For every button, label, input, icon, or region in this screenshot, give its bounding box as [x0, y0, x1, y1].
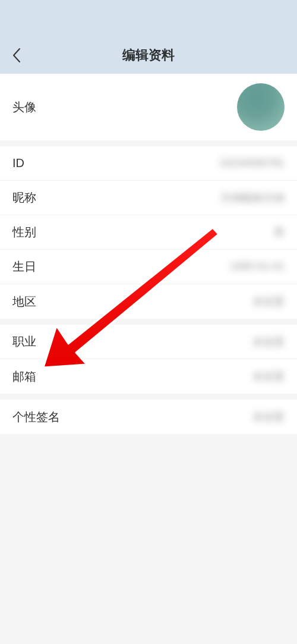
row-value: 10234056781 [219, 157, 285, 169]
page-title: 编辑资料 [0, 46, 297, 64]
row-value: 未设置 [252, 335, 285, 349]
row-label: 职业 [12, 334, 36, 350]
profile-group-basic: ID 10234056781 昵称 示例昵称示例 性别 男 生日 1990-01… [0, 146, 297, 319]
section-gap [0, 319, 297, 325]
avatar-row[interactable]: 头像 [0, 74, 297, 140]
row-id[interactable]: ID 10234056781 [0, 146, 297, 181]
row-label: 地区 [12, 294, 36, 310]
row-gender[interactable]: 性别 男 [0, 215, 297, 250]
row-label: 个性签名 [12, 409, 60, 425]
profile-group-contact: 职业 未设置 邮箱 未设置 [0, 325, 297, 394]
row-signature[interactable]: 个性签名 未设置 [0, 400, 297, 434]
row-value: 未设置 [252, 410, 285, 424]
avatar-label: 头像 [12, 99, 36, 115]
row-region[interactable]: 地区 未设置 [0, 284, 297, 319]
row-birthday[interactable]: 生日 1990-01-01 [0, 250, 297, 284]
row-label: 生日 [12, 259, 36, 275]
profile-group-signature: 个性签名 未设置 [0, 400, 297, 434]
row-label: 性别 [12, 224, 36, 240]
chevron-left-icon [12, 47, 21, 64]
row-label: 昵称 [12, 190, 36, 206]
row-occupation[interactable]: 职业 未设置 [0, 325, 297, 359]
header-bar: 编辑资料 [0, 37, 297, 74]
row-email[interactable]: 邮箱 未设置 [0, 359, 297, 394]
row-value: 1990-01-01 [230, 260, 285, 273]
section-gap [0, 140, 297, 146]
row-label: 邮箱 [12, 369, 36, 385]
row-value: 未设置 [252, 294, 285, 309]
back-button[interactable] [12, 47, 21, 64]
row-nickname[interactable]: 昵称 示例昵称示例 [0, 181, 297, 215]
row-value: 示例昵称示例 [220, 191, 285, 205]
row-label: ID [12, 156, 24, 170]
row-value: 未设置 [252, 369, 285, 384]
section-gap [0, 394, 297, 400]
status-bar [0, 0, 297, 37]
avatar-image [237, 83, 285, 131]
row-value: 男 [274, 225, 285, 240]
